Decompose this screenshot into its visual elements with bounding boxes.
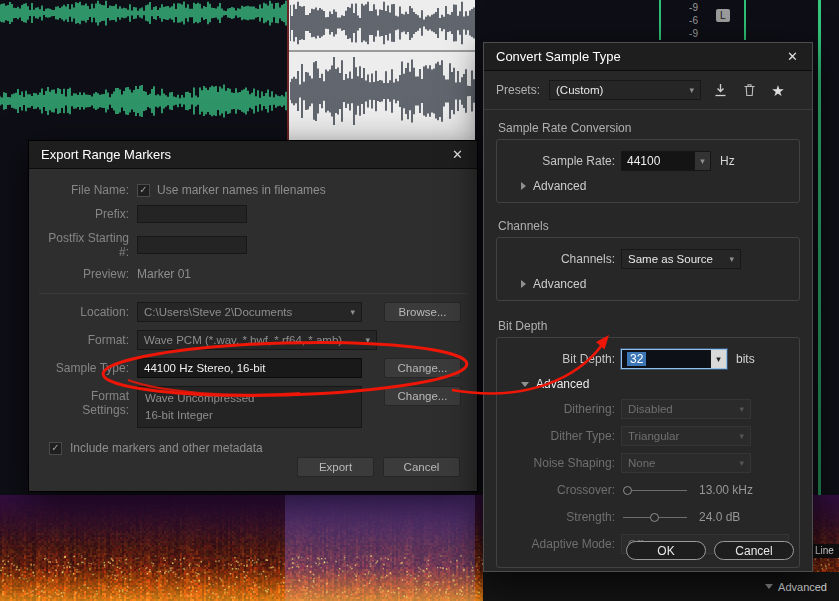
caret-down-icon: ▾ [729,255,734,264]
channels-value: Same as Source [628,253,713,265]
prefix-label: Prefix: [43,207,129,221]
selected-waveform-top [290,0,476,46]
convert-dialog-title: Convert Sample Type [496,49,621,64]
crossover-slider[interactable] [623,486,687,495]
save-preset-icon[interactable] [710,81,730,99]
prefix-input[interactable] [137,205,247,223]
dithering-dropdown[interactable]: Disabled ▾ [621,399,751,419]
left-channel-badge: L [716,9,730,22]
chevron-right-icon [521,182,526,190]
caret-down-icon: ▾ [350,308,355,317]
chevron-down-icon [765,584,773,589]
divider [39,293,467,294]
crossover-value: 13.00 kHz [699,483,753,497]
preview-value: Marker 01 [137,267,191,281]
check-icon: ✓ [139,185,147,195]
strength-slider[interactable] [623,513,687,522]
crossover-label: Crossover: [507,483,615,497]
use-marker-names-checkbox[interactable]: ✓ [137,184,150,197]
channels-advanced-toggle[interactable]: Advanced [521,276,789,292]
format-settings-line2: 16-bit Integer [145,407,354,424]
use-marker-names-label: Use marker names in filenames [157,183,326,197]
export-range-markers-dialog: Export Range Markers ✕ File Name: ✓ Use … [28,140,478,492]
advanced-label: Advanced [536,377,589,391]
dither-type-label: Dither Type: [507,429,615,443]
sample-type-change-button[interactable]: Change... [384,358,461,378]
export-button[interactable]: Export [297,457,374,477]
cancel-button[interactable]: Cancel [714,541,794,560]
sample-rate-label: Sample Rate: [507,154,615,168]
slider-knob[interactable] [623,486,632,495]
bit-depth-advanced-toggle[interactable]: Advanced [521,376,789,392]
dithering-label: Dithering: [507,402,615,416]
slider-knob[interactable] [650,513,659,522]
channels-label: Channels: [507,252,615,266]
export-dialog-titlebar: Export Range Markers ✕ [29,141,477,169]
format-settings-label: Format Settings: [43,389,129,417]
meter-scale: -9 -6 -9 [680,1,698,40]
sample-rate-unit: Hz [720,154,735,168]
sample-rate-advanced-toggle[interactable]: Advanced [521,178,789,194]
browse-button[interactable]: Browse... [384,302,461,322]
convert-dialog-titlebar: Convert Sample Type ✕ [484,43,812,71]
sample-rate-value: 44100 [622,152,694,170]
close-icon[interactable]: ✕ [785,49,800,64]
location-dropdown[interactable]: C:\Users\Steve 2\Documents ▾ [137,302,362,322]
meter-scale-label: -9 [680,1,698,14]
slider-track [623,490,687,492]
sample-type-label: Sample Type: [43,361,129,375]
sample-rate-combo[interactable]: 44100 ▾ [621,151,711,171]
sample-type-value: 44100 Hz Stereo, 16-bit [137,358,362,378]
waveform-selection-region[interactable] [287,0,475,140]
meter-scale-label: -6 [680,14,698,27]
postfix-input[interactable] [137,236,247,254]
audition-workspace: -9 -6 -9 L Line Advanced Export Range Ma… [0,0,839,601]
caret-down-icon: ▾ [365,336,370,345]
bit-depth-edit: 32 [622,350,710,368]
format-value: Wave PCM (*.wav, *.bwf, *.rf64, *.amb) [144,334,342,346]
strength-label: Strength: [507,510,615,524]
chevron-down-icon [521,382,529,387]
check-icon: ✓ [51,443,59,453]
meter-scale-label: -9 [680,27,698,40]
delete-preset-icon[interactable] [739,81,759,99]
divider [484,109,812,110]
format-settings-value: Wave Uncompressed 16-bit Integer [137,386,362,428]
bit-depth-unit: bits [736,352,755,366]
sample-rate-group: Sample Rate: 44100 ▾ Hz Advanced [496,139,800,203]
waveform-track-left-bottom [0,84,287,118]
noise-shaping-value: None [628,457,656,469]
include-metadata-checkbox[interactable]: ✓ [49,442,62,455]
format-settings-change-button[interactable]: Change... [384,386,461,406]
caret-down-icon: ▾ [739,459,744,468]
bottom-status-bar: Advanced [483,572,839,601]
presets-dropdown[interactable]: (Custom) ▾ [549,80,701,100]
advanced-panel-toggle[interactable]: Advanced [778,581,827,593]
cancel-button[interactable]: Cancel [383,457,460,477]
preview-label: Preview: [43,267,129,281]
line-scale-label[interactable]: Line [812,544,839,558]
noise-shaping-dropdown[interactable]: None ▾ [621,453,751,473]
bit-depth-label: Bit Depth: [507,352,615,366]
include-metadata-label: Include markers and other metadata [70,441,263,455]
level-meter-segment [659,0,661,40]
bit-depth-combo[interactable]: 32 ▾ [621,349,727,369]
file-name-label: File Name: [43,183,129,197]
close-icon[interactable]: ✕ [450,147,465,162]
ok-button[interactable]: OK [626,541,706,560]
dithering-value: Disabled [628,403,673,415]
caret-down-icon: ▾ [694,152,710,170]
caret-down-icon: ▾ [689,86,694,95]
selected-waveform-bottom [290,56,476,126]
channels-section-heading: Channels [498,219,798,233]
bit-depth-value: 32 [627,352,646,366]
postfix-label: Postfix Starting #: [43,231,129,259]
channels-dropdown[interactable]: Same as Source ▾ [621,249,741,269]
favorite-star-icon[interactable]: ★ [768,81,788,99]
format-dropdown[interactable]: Wave PCM (*.wav, *.bwf, *.rf64, *.amb) ▾ [137,330,377,350]
dither-type-dropdown[interactable]: Triangular ▾ [621,426,751,446]
presets-label: Presets: [496,83,540,97]
caret-down-icon: ▾ [710,350,726,368]
bit-depth-section-heading: Bit Depth [498,319,798,333]
bit-depth-group: Bit Depth: 32 ▾ bits Advanced Dithering:… [496,337,800,568]
